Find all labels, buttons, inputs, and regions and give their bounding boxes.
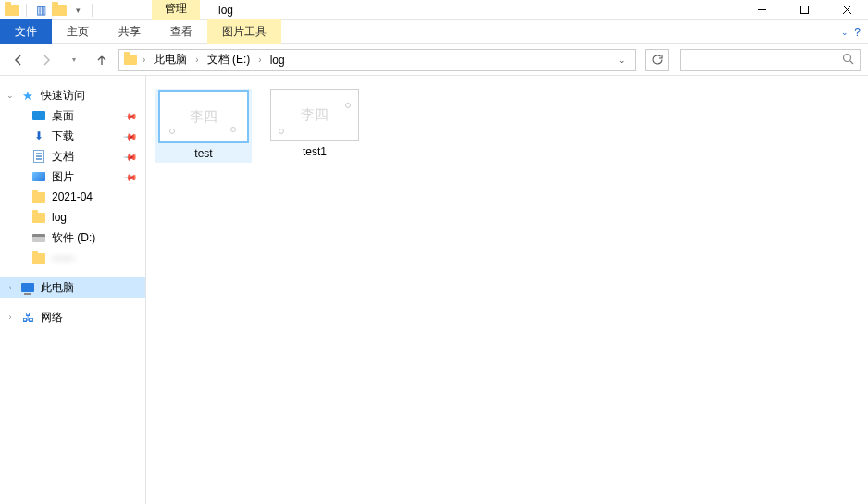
qat-separator-2 (92, 4, 93, 17)
svg-point-4 (844, 54, 851, 61)
properties-icon[interactable]: ▥ (32, 2, 49, 18)
file-name-label: test (194, 146, 212, 161)
sidebar-item-label: 下载 (52, 129, 74, 144)
navigation-pane: ⌄ ★ 快速访问 桌面 📌 ⬇ 下载 📌 文档 📌 图片 📌 2021-04 (0, 76, 146, 504)
qat-separator (26, 4, 27, 17)
explorer-body: ⌄ ★ 快速访问 桌面 📌 ⬇ 下载 📌 文档 📌 图片 📌 2021-04 (0, 76, 868, 504)
chevron-right-icon[interactable]: › (192, 55, 201, 65)
sidebar-item-label: 图片 (52, 169, 74, 185)
folder-icon (31, 211, 46, 224)
refresh-button[interactable] (645, 49, 669, 71)
history-dropdown-icon[interactable]: ▾ (63, 49, 85, 71)
svg-rect-1 (800, 6, 808, 14)
qat-dropdown-icon[interactable]: ▾ (69, 2, 86, 18)
ribbon-tabs: 文件 主页 共享 查看 图片工具 ⌄ ? (0, 20, 868, 44)
minimize-button[interactable] (740, 0, 783, 20)
thumbnail-watermark: 李四 (190, 108, 217, 126)
search-icon[interactable] (842, 53, 854, 68)
folder-icon (31, 252, 46, 264)
desktop-icon (31, 109, 46, 122)
file-list-pane[interactable]: 李四 test 李四 test1 (146, 76, 868, 504)
sidebar-item-desktop[interactable]: 桌面 📌 (0, 105, 145, 126)
drive-icon (31, 231, 46, 244)
collapse-icon[interactable]: ⌄ (6, 91, 15, 100)
pin-icon: 📌 (123, 149, 138, 164)
address-dropdown-icon[interactable]: ⌄ (613, 55, 631, 65)
sidebar-item-drive-d[interactable]: 软件 (D:) (0, 227, 145, 248)
sidebar-item-folder-2021-04[interactable]: 2021-04 (0, 187, 145, 207)
window-controls (740, 0, 868, 20)
sidebar-item-documents[interactable]: 文档 📌 (0, 146, 145, 166)
file-item-test[interactable]: 李四 test (155, 89, 252, 163)
title-bar: ▥ ▾ 管理 log (0, 0, 868, 20)
sidebar-label: 快速访问 (41, 88, 85, 104)
breadcrumb-folder[interactable]: log (267, 52, 289, 68)
location-folder-icon (123, 54, 138, 67)
sidebar-this-pc[interactable]: › 此电脑 (0, 277, 145, 298)
close-button[interactable] (825, 0, 868, 20)
sidebar-item-label: 2021-04 (52, 191, 93, 203)
address-bar[interactable]: › 此电脑 › 文档 (E:) › log ⌄ (118, 49, 636, 71)
pin-icon: 📌 (123, 169, 138, 184)
window-title: log (218, 4, 233, 17)
sidebar-item-label: —— (52, 252, 74, 264)
new-folder-icon[interactable] (51, 2, 68, 18)
quick-access-toolbar: ▥ ▾ (0, 2, 96, 18)
expand-icon[interactable]: › (6, 313, 15, 322)
chevron-right-icon[interactable]: › (255, 55, 264, 65)
pin-icon: 📌 (123, 108, 138, 123)
sidebar-item-pictures[interactable]: 图片 📌 (0, 166, 145, 187)
maximize-button[interactable] (783, 0, 825, 20)
tab-picture-tools[interactable]: 图片工具 (207, 19, 281, 44)
file-thumbnail: 李四 (159, 91, 248, 142)
svg-line-5 (850, 60, 854, 64)
search-input[interactable] (680, 49, 861, 71)
sidebar-quick-access[interactable]: ⌄ ★ 快速访问 (0, 85, 145, 105)
navigation-bar: ▾ › 此电脑 › 文档 (E:) › log ⌄ (0, 44, 868, 76)
forward-button[interactable] (35, 49, 57, 71)
document-icon (31, 150, 46, 163)
ribbon-expand-icon[interactable]: ⌄ (841, 28, 849, 37)
breadcrumb-drive[interactable]: 文档 (E:) (204, 50, 254, 69)
sidebar-item-folder-log[interactable]: log (0, 207, 145, 227)
network-icon: 🖧 (20, 311, 35, 324)
file-name-label: test1 (303, 144, 327, 159)
pc-icon (20, 281, 35, 294)
tab-view[interactable]: 查看 (155, 19, 207, 44)
sidebar-item-label: 文档 (52, 149, 74, 165)
tab-share[interactable]: 共享 (104, 19, 155, 44)
sidebar-item-label: 软件 (D:) (52, 230, 95, 246)
tab-file[interactable]: 文件 (0, 19, 52, 44)
file-item-test1[interactable]: 李四 test1 (267, 89, 363, 159)
sidebar-item-obscured[interactable]: —— (0, 248, 145, 268)
chevron-right-icon[interactable]: › (140, 55, 148, 65)
sidebar-label: 此电脑 (41, 280, 74, 296)
file-thumbnail: 李四 (270, 89, 359, 141)
thumbnail-watermark: 李四 (301, 106, 329, 124)
contextual-tab-group: 管理 (152, 0, 200, 20)
picture-icon (31, 170, 46, 183)
sidebar-item-downloads[interactable]: ⬇ 下载 📌 (0, 126, 145, 146)
sidebar-item-label: 桌面 (52, 108, 74, 124)
manage-contextual-tab[interactable]: 管理 (152, 0, 200, 20)
help-icon[interactable]: ? (854, 26, 861, 39)
tab-home[interactable]: 主页 (52, 19, 104, 44)
folder-app-icon (4, 2, 20, 18)
up-button[interactable] (91, 49, 113, 71)
sidebar-label: 网络 (41, 310, 63, 326)
sidebar-network[interactable]: › 🖧 网络 (0, 307, 145, 327)
back-button[interactable] (7, 49, 30, 71)
folder-icon (31, 191, 46, 203)
pin-icon: 📌 (123, 129, 138, 143)
breadcrumb-this-pc[interactable]: 此电脑 (150, 50, 191, 69)
sidebar-item-label: log (52, 211, 67, 224)
address-bar-right: ⌄ (613, 55, 631, 65)
star-icon: ★ (20, 89, 35, 102)
ribbon-right: ⌄ ? (841, 26, 868, 39)
download-icon: ⬇ (31, 129, 46, 142)
expand-icon[interactable]: › (6, 283, 15, 292)
